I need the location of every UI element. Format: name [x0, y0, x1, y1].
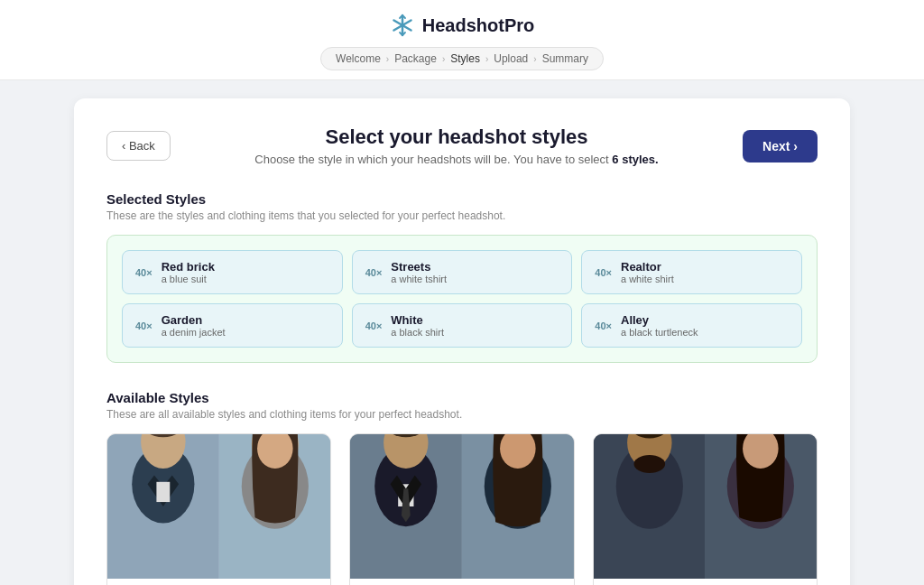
card-label-blue: Blue	[594, 579, 817, 585]
selected-styles-section: Selected Styles These are the styles and…	[106, 191, 818, 363]
selected-style-4: 40× White a black shirt	[352, 303, 573, 348]
style-name-3: Garden	[162, 313, 226, 327]
breadcrumb-sep-4: ›	[533, 54, 536, 64]
selected-style-1: 40× Streets a white tshirt	[352, 250, 573, 294]
selected-section-subtitle: These are the styles and clothing items …	[106, 209, 818, 222]
logo: HeadshotPro	[390, 13, 534, 38]
breadcrumb: Welcome › Package › Styles › Upload › Su…	[320, 47, 604, 70]
style-desc-2: a white shirt	[621, 274, 674, 284]
style-name-5: Alley	[621, 313, 698, 327]
breadcrumb-summary: Summary	[542, 52, 588, 65]
style-name-4: White	[391, 313, 444, 327]
selected-section-title: Selected Styles	[106, 191, 818, 207]
style-info-0: Red brick a blue suit	[162, 260, 215, 284]
style-count-0: 40×	[135, 267, 152, 278]
selected-style-0: 40× Red brick a blue suit	[122, 250, 343, 294]
breadcrumb-upload: Upload	[494, 52, 528, 65]
style-name-2: Realtor	[621, 260, 674, 274]
breadcrumb-sep-3: ›	[485, 54, 488, 64]
card-label-marina: Marina	[107, 579, 330, 585]
logo-text: HeadshotPro	[422, 15, 534, 36]
card-image-blue	[594, 434, 817, 579]
person-female-lake	[462, 434, 574, 579]
svg-point-32	[633, 455, 665, 473]
back-button[interactable]: ‹ Back	[106, 131, 171, 161]
breadcrumb-welcome: Welcome	[336, 52, 381, 65]
style-count-2: 40×	[595, 267, 612, 278]
selected-style-2: 40× Realtor a white shirt	[581, 250, 802, 294]
breadcrumb-styles: Styles	[450, 52, 480, 65]
next-button[interactable]: Next ›	[743, 130, 818, 162]
style-count-3: 40×	[135, 320, 152, 331]
header: HeadshotPro Welcome › Package › Styles ›…	[0, 0, 924, 80]
style-count-4: 40×	[365, 320, 383, 331]
card-label-lake: Lake	[350, 579, 573, 585]
page-title: Select your headshot styles	[171, 125, 743, 149]
svg-rect-12	[156, 482, 170, 502]
style-info-1: Streets a white tshirt	[391, 260, 447, 284]
main-container: ‹ Back Select your headshot styles Choos…	[74, 98, 850, 585]
person-male-blue	[594, 434, 706, 579]
style-info-5: Alley a black turtleneck	[621, 313, 698, 338]
subtitle-text: Choose the style in which your headshots…	[254, 153, 608, 166]
style-desc-3: a denim jacket	[162, 327, 226, 338]
available-section-title: Available Styles	[106, 390, 818, 405]
subtitle-count: 6 styles.	[612, 153, 658, 166]
style-info-2: Realtor a white shirt	[621, 260, 674, 284]
style-desc-5: a black turtleneck	[621, 327, 698, 338]
breadcrumb-sep-1: ›	[386, 54, 389, 64]
available-section-subtitle: These are all available styles and cloth…	[106, 408, 818, 421]
available-card-marina: Marina ⊕ Select background	[106, 433, 331, 585]
breadcrumb-package: Package	[394, 52, 437, 65]
page-title-area: Select your headshot styles Choose the s…	[171, 125, 743, 166]
style-count-1: 40×	[365, 267, 383, 278]
style-info-3: Garden a denim jacket	[162, 313, 226, 338]
selected-styles-grid: 40× Red brick a blue suit 40× Streets a …	[106, 235, 818, 363]
style-desc-1: a white tshirt	[391, 274, 447, 284]
style-desc-0: a blue suit	[162, 274, 215, 284]
available-styles-grid: Marina ⊕ Select background	[106, 433, 818, 585]
person-male-lake	[350, 434, 462, 579]
available-card-blue: Blue ⊕ Select background	[593, 433, 818, 585]
selected-style-3: 40× Garden a denim jacket	[122, 303, 343, 348]
card-image-marina	[107, 434, 330, 579]
person-female-blue	[705, 434, 817, 579]
style-name-1: Streets	[391, 260, 447, 274]
style-info-4: White a black shirt	[391, 313, 444, 338]
style-name-0: Red brick	[162, 260, 215, 274]
available-card-lake: Lake ⊕ Select background	[349, 433, 574, 585]
logo-icon	[390, 13, 415, 38]
style-desc-4: a black shirt	[391, 327, 444, 338]
person-female-marina	[219, 434, 331, 579]
page-subtitle: Choose the style in which your headshots…	[171, 153, 743, 166]
page-header: ‹ Back Select your headshot styles Choos…	[106, 125, 818, 166]
selected-style-5: 40× Alley a black turtleneck	[581, 303, 802, 348]
available-styles-section: Available Styles These are all available…	[106, 390, 818, 585]
card-image-lake	[350, 434, 573, 579]
breadcrumb-sep-2: ›	[442, 54, 445, 64]
style-count-5: 40×	[595, 320, 612, 331]
person-male-marina	[107, 434, 219, 579]
